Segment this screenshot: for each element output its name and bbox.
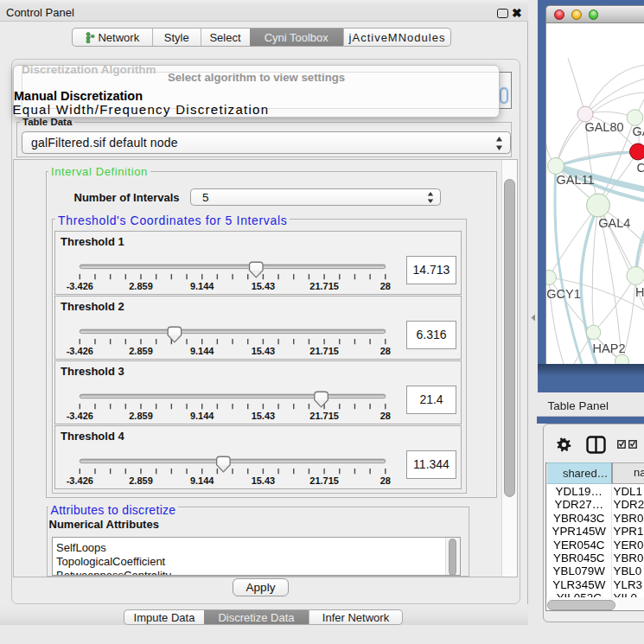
svg-text:GAL80: GAL80 <box>584 119 623 133</box>
svg-text:GAL4: GAL4 <box>598 216 630 230</box>
svg-text:GA: GA <box>633 124 644 138</box>
svg-text:GCY1: GCY1 <box>546 287 581 301</box>
svg-text:HAP2: HAP2 <box>593 341 626 354</box>
svg-text:CD: CD <box>637 160 644 174</box>
svg-text:GAL11: GAL11 <box>557 172 595 186</box>
svg-text:H: H <box>635 285 644 299</box>
